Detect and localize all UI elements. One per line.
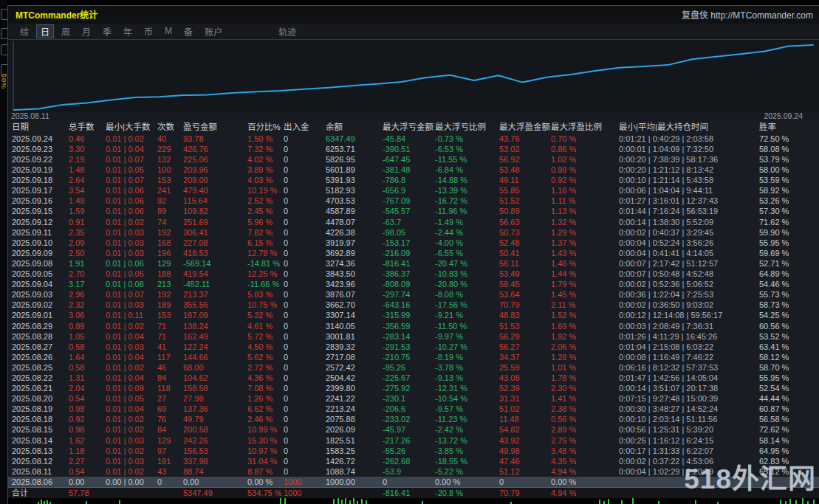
menu-item-M[interactable]: M (160, 25, 177, 37)
table-row[interactable]: 2025.08.290.890.01 | 0.0271138.244.61 %0… (8, 321, 819, 331)
cell-hold_time: 0:00:02 | 0:52:36 | 5:06:52 (619, 279, 759, 289)
table-row[interactable]: 2025.09.120.910.01 | 0.0274251.695.96 %0… (8, 217, 819, 227)
table-row[interactable]: 2025.09.081.910.01 | 0.06129-569.14-14.8… (8, 258, 819, 269)
table-row[interactable]: 2025.09.222.190.01 | 0.07132225.064.02 %… (8, 154, 819, 165)
cell-total_lots: 2.64 (69, 175, 106, 185)
menu-item-guiji[interactable]: 轨迹 (274, 24, 301, 38)
cell-total_lots: 0.91 (69, 217, 106, 227)
cell-max_float_profit: 58.45 (499, 279, 551, 289)
cell-cash_flow: 0 (284, 342, 326, 352)
activity-strip (8, 498, 819, 504)
cell-min_max_lots: 0.01 | 0.07 (106, 289, 157, 300)
cell-max_float_profit_pct: 1.28 % (551, 352, 619, 362)
cell-max_float_profit_pct: 4.35 % (551, 456, 619, 466)
brand-link[interactable]: 复盘侠 http://MTCommander.com (682, 8, 813, 21)
column-header-trades: 次数 (157, 121, 183, 134)
cell-pct: 4.36 % (247, 373, 284, 383)
cell-pct: 5.72 % (247, 331, 284, 342)
table-row[interactable]: 2025.08.180.920.01 | 0.027649.792.46 %02… (8, 414, 819, 424)
cell-hold_time: 0:00:25 | 1:16:12 | 6:24:15 (619, 435, 759, 446)
cell-min_max_lots: 0.01 | 0.02 (106, 217, 157, 227)
cell-trades: 46 (157, 362, 183, 373)
menu-item-ri[interactable]: 日 (36, 24, 54, 38)
menu-item-zhou[interactable]: 周 (57, 24, 75, 38)
menu-item-nian[interactable]: 年 (119, 24, 137, 38)
cell-hold_time: 0:00:17 | 1:31:33 | 6:22:07 (619, 446, 759, 456)
cell-max_float_profit: 53.48 (499, 165, 551, 175)
cell-trades: 153 (157, 175, 183, 185)
table-row[interactable]: 2025.08.281.050.01 | 0.0471162.495.72 %0… (8, 331, 819, 342)
menu-item-zhanghu[interactable]: 账户 (200, 24, 227, 38)
table-row[interactable]: 2025.08.261.640.01 | 0.04117144.665.62 %… (8, 352, 819, 362)
menu-item-yue[interactable]: 月 (78, 24, 95, 38)
activity-bar (349, 500, 351, 504)
cell-pnl: 209.00 (183, 175, 247, 185)
cell-min_max_lots (106, 488, 157, 498)
activity-bar (357, 501, 358, 504)
cell-max_float_loss_pct: -1.49 % (435, 217, 499, 227)
table-row[interactable]: 2025.08.131.180.01 | 0.0297156.5310.97 %… (8, 446, 819, 456)
cell-hold_time: 0:00:04 | 0:41:41 | 4:14:05 (619, 248, 759, 258)
table-row[interactable]: 2025.08.221.310.01 | 0.0484104.624.36 %0… (8, 373, 819, 383)
menu-item-bi[interactable]: 币 (140, 24, 157, 38)
cell-win_rate: 55.95 % (759, 238, 818, 248)
cell-win_rate: 53.52 % (759, 331, 818, 342)
table-row[interactable]: 2025.09.173.540.01 | 0.06241479.4010.19 … (8, 185, 819, 196)
table-total-row: 合计57.785347.49534.75 %1000-816.41-20.8 %… (8, 487, 819, 498)
table-row[interactable]: 2025.09.092.500.01 | 0.03196418.5312.78 … (8, 248, 819, 258)
activity-bar (608, 499, 609, 504)
table-row[interactable]: 2025.08.141.620.01 | 0.03129242.2615.30 … (8, 435, 819, 446)
menu-item-ji[interactable]: 季 (98, 24, 116, 38)
table-row[interactable]: 2025.08.250.580.01 | 0.024668.002.72 %02… (8, 362, 819, 373)
table-row[interactable]: 2025.08.270.580.01 | 0.0341122.244.50 %0… (8, 342, 819, 352)
cell-trades: 100 (157, 165, 183, 175)
cell-max_float_loss_pct: -11.55 % (435, 154, 499, 165)
table-row[interactable]: 2025.09.240.460.01 | 0.024093.781.50 %06… (8, 134, 819, 144)
table-row[interactable]: 2025.09.022.320.01 | 0.03189355.5610.75 … (8, 300, 819, 310)
cell-cash_flow: 0 (284, 373, 326, 383)
table-row[interactable]: 2025.09.013.060.01 | 0.11153167.095.32 %… (8, 310, 819, 320)
table-row[interactable]: 2025.09.233.300.01 | 0.04229426.767.32 %… (8, 144, 819, 154)
table-row[interactable]: 2025.09.182.640.01 | 0.07153209.004.03 %… (8, 175, 819, 185)
table-row[interactable]: 2025.09.043.170.01 | 0.08213-452.11-11.6… (8, 279, 819, 289)
table-row[interactable]: 2025.08.212.040.01 | 0.09118158.587.08 %… (8, 383, 819, 393)
column-header-total_lots: 总手数 (69, 121, 106, 134)
cell-max_float_profit_pct: 1.37 % (551, 238, 619, 248)
cell-max_float_profit: 47.46 (499, 456, 551, 466)
cell-max_float_loss: -545.57 (383, 206, 435, 216)
table-row[interactable]: 2025.08.150.980.01 | 0.0284200.5810.99 %… (8, 424, 819, 435)
table-row[interactable]: 2025.09.191.480.01 | 0.05100209.963.89 %… (8, 165, 819, 175)
table-row[interactable]: 2025.08.200.540.01 | 0.052727.981.26 %02… (8, 393, 819, 404)
menu-item-zong[interactable]: 综 (16, 24, 33, 38)
cell-cash_flow: 0 (284, 331, 326, 342)
table-row[interactable]: 2025.09.161.490.01 | 0.0692115.642.52 %0… (8, 196, 819, 206)
table-row[interactable]: 2025.09.151.590.01 | 0.0689109.822.45 %0… (8, 206, 819, 216)
cell-max_float_loss: -297.74 (383, 289, 435, 300)
cell-balance: 1825.51 (326, 435, 383, 446)
cell-win_rate: 62.83 % (759, 456, 818, 466)
table-row[interactable]: 2025.09.112.350.01 | 0.03192306.417.82 %… (8, 227, 819, 238)
cell-total_lots: 2.50 (69, 248, 106, 258)
menu-item-bei[interactable]: 备 (179, 24, 197, 38)
cell-max_float_loss_pct: -3.78 % (435, 362, 499, 373)
table-row[interactable]: 2025.08.110.540.01 | 0.024388.748.87 %01… (8, 466, 819, 477)
table-row[interactable]: 2025.09.032.960.01 | 0.07192213.375.83 %… (8, 289, 819, 300)
cell-win_rate: 53.59 % (759, 175, 818, 185)
cell-win_rate: 58.08 % (759, 144, 818, 154)
table-row[interactable]: 2025.09.052.700.01 | 0.05188419.5412.25 … (8, 269, 819, 279)
cell-balance: 2717.08 (326, 352, 383, 362)
cell-pnl: 355.56 (183, 300, 247, 310)
cell-win_rate: 44.44 % (759, 393, 818, 404)
cell-max_float_profit_pct: 1.46 % (551, 258, 619, 269)
table-row[interactable]: 2025.08.060.000.00 | 0.0000.000.00 %1000… (8, 477, 819, 487)
cell-max_float_loss_pct: -2.42 % (435, 424, 499, 435)
table-row[interactable]: 2025.08.190.980.01 | 0.0469137.366.62 %0… (8, 404, 819, 414)
cell-balance: 1088.74 (326, 466, 383, 477)
table-row[interactable]: 2025.09.102.090.01 | 0.03168227.086.15 %… (8, 238, 819, 248)
cell-total_lots: 0.98 (69, 404, 106, 414)
cell-trades: 71 (157, 331, 183, 342)
cell-date: 2025.08.20 (12, 393, 69, 404)
table-row[interactable]: 2025.08.122.270.01 | 0.03191337.9831.04 … (8, 456, 819, 466)
cell-pct: 7.08 % (247, 383, 284, 393)
cell-max_float_loss_pct: -9.57 % (435, 404, 499, 414)
